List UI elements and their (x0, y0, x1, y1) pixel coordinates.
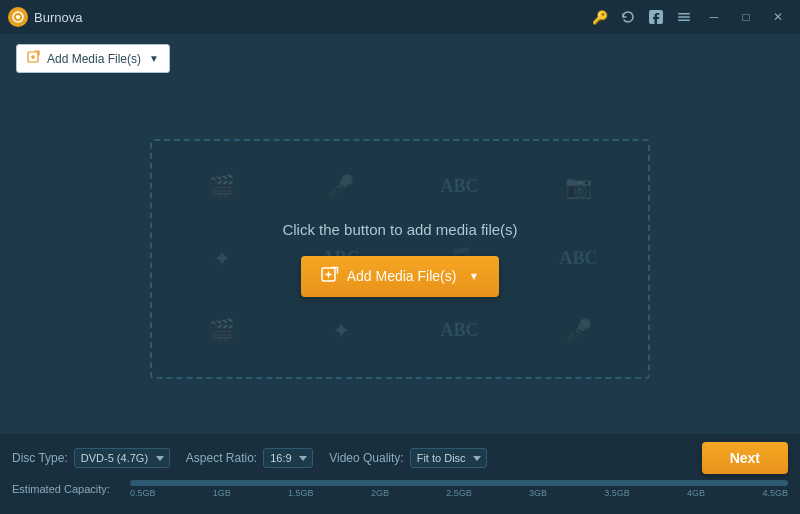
bottom-bar: Disc Type: DVD-5 (4.7G) DVD-9 (8.5G) BD-… (0, 434, 800, 514)
ghost-sparkle2-icon: ✦ (332, 318, 350, 344)
aspect-ratio-group: Aspect Ratio: 16:9 4:3 (186, 448, 313, 468)
aspect-ratio-select[interactable]: 16:9 4:3 (263, 448, 313, 468)
facebook-icon[interactable] (644, 7, 668, 27)
bottom-controls: Disc Type: DVD-5 (4.7G) DVD-9 (8.5G) BD-… (12, 442, 788, 474)
tick-2: 1.5GB (288, 488, 314, 498)
tick-7: 4GB (687, 488, 705, 498)
file-icon[interactable]: 🔑 (588, 7, 612, 27)
ghost-sparkle-icon: ✦ (213, 246, 231, 272)
title-bar: Burnova 🔑 ─ □ ✕ (0, 0, 800, 34)
capacity-label: Estimated Capacity: (12, 483, 122, 495)
ghost-film-icon: 🎬 (208, 174, 235, 200)
svg-rect-3 (678, 13, 690, 15)
app-title: Burnova (34, 10, 82, 25)
ghost-abc2-icon: ABC (440, 320, 478, 341)
next-button[interactable]: Next (702, 442, 788, 474)
minimize-button[interactable]: ─ (700, 7, 728, 27)
capacity-row: Estimated Capacity: 0.5GB 1GB 1.5GB 2GB … (12, 480, 788, 498)
add-media-center-button[interactable]: Add Media File(s) ▼ (301, 256, 500, 297)
tick-8: 4.5GB (762, 488, 788, 498)
app-logo (8, 7, 28, 27)
maximize-button[interactable]: □ (732, 7, 760, 27)
ghost-camera-icon: 📷 (565, 174, 592, 200)
add-media-toolbar-button[interactable]: Add Media File(s) ▼ (16, 44, 170, 73)
drop-zone[interactable]: 🎬 🎤 ABC 📷 ✦ ABC 🎵 ABC 🎬 ✦ ABC 🎤 Click th… (150, 139, 650, 379)
settings-icon[interactable] (672, 7, 696, 27)
disc-type-group: Disc Type: DVD-5 (4.7G) DVD-9 (8.5G) BD-… (12, 448, 170, 468)
svg-rect-4 (678, 16, 690, 18)
drop-zone-prompt: Click the button to add media file(s) (282, 221, 517, 238)
tick-6: 3.5GB (604, 488, 630, 498)
dropdown-arrow-white-icon: ▼ (468, 270, 479, 282)
capacity-ticks: 0.5GB 1GB 1.5GB 2GB 2.5GB 3GB 3.5GB 4GB … (130, 488, 788, 498)
ghost-mic2-icon: 🎤 (565, 318, 592, 344)
ghost-text3-icon: ABC (559, 248, 597, 269)
video-quality-select[interactable]: Fit to Disc High Medium Low (410, 448, 487, 468)
add-media-icon (27, 50, 41, 67)
main-content: 🎬 🎤 ABC 📷 ✦ ABC 🎵 ABC 🎬 ✦ ABC 🎤 Click th… (0, 83, 800, 434)
disc-type-label: Disc Type: (12, 451, 68, 465)
add-media-center-icon (321, 266, 339, 287)
video-quality-group: Video Quality: Fit to Disc High Medium L… (329, 448, 487, 468)
tick-0: 0.5GB (130, 488, 156, 498)
add-media-toolbar-label: Add Media File(s) (47, 52, 141, 66)
tick-3: 2GB (371, 488, 389, 498)
toolbar: Add Media File(s) ▼ (0, 34, 800, 83)
ghost-text-icon: ABC (440, 176, 478, 197)
refresh-icon[interactable] (616, 7, 640, 27)
aspect-ratio-label: Aspect Ratio: (186, 451, 257, 465)
tick-5: 3GB (529, 488, 547, 498)
capacity-bar-track (130, 480, 788, 486)
capacity-bar-container: 0.5GB 1GB 1.5GB 2GB 2.5GB 3GB 3.5GB 4GB … (130, 480, 788, 498)
video-quality-label: Video Quality: (329, 451, 404, 465)
title-controls: 🔑 ─ □ ✕ (588, 7, 792, 27)
title-left: Burnova (8, 7, 82, 27)
tick-4: 2.5GB (446, 488, 472, 498)
svg-point-1 (16, 15, 20, 19)
disc-type-select[interactable]: DVD-5 (4.7G) DVD-9 (8.5G) BD-25 (25G) BD… (74, 448, 170, 468)
ghost-mic-icon: 🎤 (327, 174, 354, 200)
tick-1: 1GB (213, 488, 231, 498)
dropdown-arrow-icon: ▼ (149, 53, 159, 64)
svg-rect-5 (678, 20, 690, 22)
add-media-center-label: Add Media File(s) (347, 268, 457, 284)
close-button[interactable]: ✕ (764, 7, 792, 27)
ghost-film2-icon: 🎬 (208, 318, 235, 344)
